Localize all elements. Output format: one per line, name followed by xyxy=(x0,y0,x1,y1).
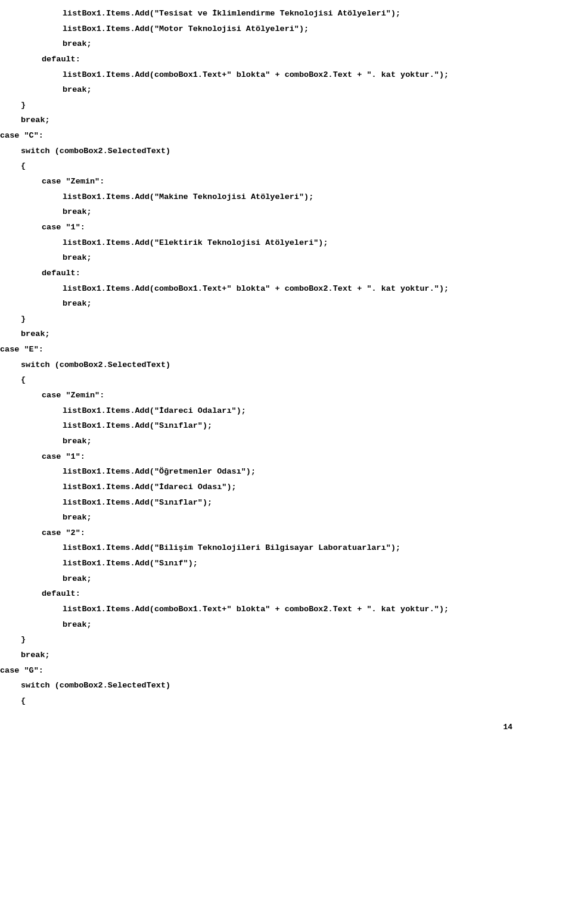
code-line: break; xyxy=(0,326,536,342)
code-line: listBox1.Items.Add("Motor Teknolojisi At… xyxy=(0,21,536,37)
code-line: listBox1.Items.Add("Sınıflar"); xyxy=(0,495,536,511)
code-line: break; xyxy=(0,296,536,312)
code-line: default: xyxy=(0,586,536,602)
code-line: break; xyxy=(0,648,536,663)
code-line: break; xyxy=(0,82,536,98)
code-line: break; xyxy=(0,571,536,587)
code-line: listBox1.Items.Add("Sınıf"); xyxy=(0,556,536,571)
code-line: listBox1.Items.Add(comboBox1.Text+" blok… xyxy=(0,602,536,617)
code-line: switch (comboBox2.SelectedText) xyxy=(0,144,536,159)
code-line: { xyxy=(0,693,536,709)
code-line: break; xyxy=(0,510,536,525)
code-line: listBox1.Items.Add("Elektirik Teknolojis… xyxy=(0,235,536,251)
code-line: listBox1.Items.Add(comboBox1.Text+" blok… xyxy=(0,281,536,297)
code-line: } xyxy=(0,312,536,327)
code-line: break; xyxy=(0,617,536,633)
code-line: case "Zemin": xyxy=(0,388,536,403)
code-line: break; xyxy=(0,434,536,449)
code-line: case "C": xyxy=(0,128,536,144)
code-line: } xyxy=(0,98,536,113)
code-line: break; xyxy=(0,113,536,128)
code-line: break; xyxy=(0,36,536,52)
code-line: listBox1.Items.Add("Öğretmenler Odası"); xyxy=(0,464,536,480)
code-line: case "2": xyxy=(0,525,536,541)
code-line: break; xyxy=(0,204,536,220)
code-line: listBox1.Items.Add("Bilişim Teknolojiler… xyxy=(0,540,536,556)
code-line: switch (comboBox2.SelectedText) xyxy=(0,357,536,373)
code-line: listBox1.Items.Add("Sınıflar"); xyxy=(0,418,536,434)
code-line: } xyxy=(0,632,536,648)
code-line: default: xyxy=(0,266,536,281)
code-page: listBox1.Items.Add("Tesisat ve İklimlend… xyxy=(0,0,572,753)
code-line: case "1": xyxy=(0,449,536,465)
code-line: switch (comboBox2.SelectedText) xyxy=(0,678,536,693)
code-line: case "Zemin": xyxy=(0,174,536,189)
code-line: case "E": xyxy=(0,342,536,357)
code-line: case "G": xyxy=(0,663,536,679)
code-line: listBox1.Items.Add("İdareci Odası"); xyxy=(0,480,536,495)
code-line: case "1": xyxy=(0,220,536,235)
code-line: break; xyxy=(0,250,536,266)
code-line: { xyxy=(0,158,536,174)
code-line: listBox1.Items.Add(comboBox1.Text+" blok… xyxy=(0,67,536,83)
code-line: listBox1.Items.Add("Makine Teknolojisi A… xyxy=(0,189,536,205)
code-line: listBox1.Items.Add("Tesisat ve İklimlend… xyxy=(0,6,536,21)
page-number: 14 xyxy=(0,720,536,735)
code-line: { xyxy=(0,372,536,388)
code-line: default: xyxy=(0,52,536,67)
code-block: listBox1.Items.Add("Tesisat ve İklimlend… xyxy=(0,6,536,708)
code-line: listBox1.Items.Add("İdareci Odaları"); xyxy=(0,403,536,419)
